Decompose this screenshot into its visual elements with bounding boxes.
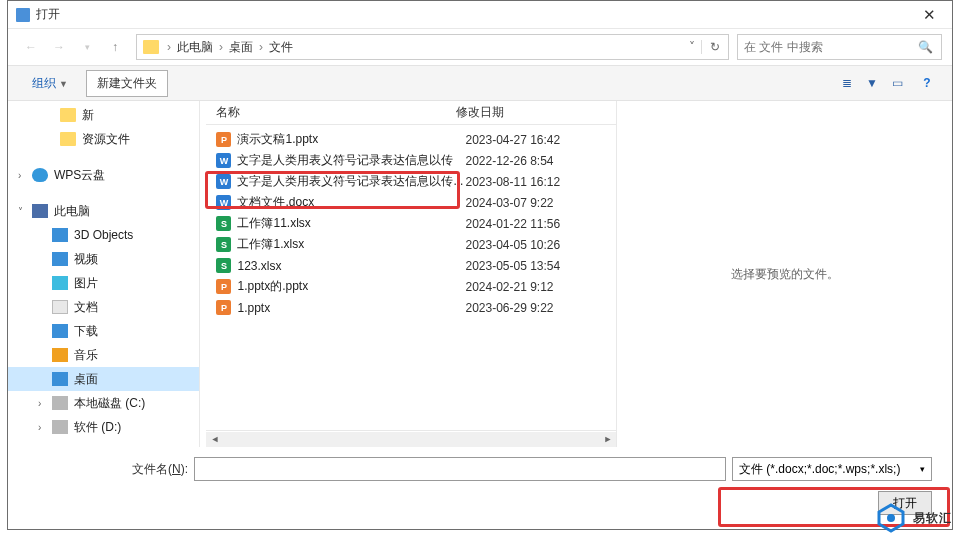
file-name: 1.pptx的.pptx [237,278,465,295]
file-area: 名称 修改日期 P演示文稿1.pptx2023-04-27 16:42W文字是人… [200,101,616,447]
refresh-button[interactable]: ↻ [701,40,728,54]
filename-row: 文件名(N): 文件 (*.docx;*.doc;*.wps;*.xls;)▾ [28,457,932,481]
file-type-icon: W [216,174,231,189]
file-type-icon: P [216,300,231,315]
file-row[interactable]: P1.pptx的.pptx2024-02-21 9:12 [206,276,616,297]
address-dropdown[interactable]: ˅ [683,40,701,54]
preview-text: 选择要预览的文件。 [731,266,839,283]
chevron-right-icon: › [257,40,265,54]
window-title: 打开 [36,6,915,23]
file-name: 文字是人类用表义符号记录表达信息以传 [237,152,465,169]
view-icon[interactable]: ≣ [836,76,858,90]
tree-item-ddisk[interactable]: ›软件 (D:) [8,415,199,439]
file-date: 2023-06-29 9:22 [465,301,553,315]
file-date: 2024-02-21 9:12 [465,280,553,294]
back-button[interactable]: ← [18,34,44,60]
file-type-icon: P [216,132,231,147]
open-dialog: 打开 ✕ ← → ▾ ↑ › 此电脑 › 桌面 › 文件 ˅ ↻ 🔍 组织▼ 新… [7,0,953,530]
crumb-pc[interactable]: 此电脑 [173,39,217,56]
help-icon[interactable]: ? [916,76,938,90]
file-type-icon: S [216,237,231,252]
tree-item-res[interactable]: 资源文件 [8,127,199,151]
tree-item-3d[interactable]: 3D Objects [8,223,199,247]
column-headers: 名称 修改日期 [206,101,616,125]
h-scrollbar[interactable]: ◄ ► [206,430,616,447]
file-row[interactable]: S工作簿1.xlsx2023-04-05 10:26 [206,234,616,255]
tree-item-music[interactable]: 音乐 [8,343,199,367]
search-input[interactable] [738,40,910,54]
file-row[interactable]: S123.xlsx2023-05-05 13:54 [206,255,616,276]
file-type-icon: P [216,279,231,294]
file-name: 演示文稿1.pptx [237,131,465,148]
app-icon [16,8,30,22]
organize-button[interactable]: 组织▼ [22,71,78,96]
toolbar: 组织▼ 新建文件夹 ≣▼ ▭ ? [8,65,952,101]
file-date: 2024-01-22 11:56 [465,217,560,231]
tree-item-new[interactable]: 新 [8,103,199,127]
preview-icon[interactable]: ▭ [886,76,908,90]
filename-input[interactable] [194,457,726,481]
file-row[interactable]: P演示文稿1.pptx2023-04-27 16:42 [206,129,616,150]
tree-item-doc[interactable]: 文档 [8,295,199,319]
folder-icon [143,40,159,54]
file-list: P演示文稿1.pptx2023-04-27 16:42W文字是人类用表义符号记录… [200,125,616,430]
file-row[interactable]: W文字是人类用表义符号记录表达信息以传2022-12-26 8:54 [206,150,616,171]
scroll-track[interactable] [223,432,599,447]
up-button[interactable]: ↑ [102,34,128,60]
recent-dropdown[interactable]: ▾ [74,34,100,60]
file-date: 2023-04-27 16:42 [465,133,560,147]
tree-item-img[interactable]: 图片 [8,271,199,295]
close-icon[interactable]: ✕ [915,3,944,27]
search-icon[interactable]: 🔍 [910,40,941,54]
new-folder-button[interactable]: 新建文件夹 [86,70,168,97]
file-date: 2023-08-11 16:12 [465,175,560,189]
file-row[interactable]: S工作簿11.xlsx2024-01-22 11:56 [206,213,616,234]
chevron-right-icon: › [217,40,225,54]
button-row: 打开 [28,491,932,515]
dialog-body: 新 资源文件 ›WPS云盘 ˅此电脑 3D Objects 视频 图片 文档 下… [8,101,952,447]
watermark-text: 易软汇 [913,510,952,527]
file-type-icon: S [216,216,231,231]
nav-tree: 新 资源文件 ›WPS云盘 ˅此电脑 3D Objects 视频 图片 文档 下… [8,101,200,447]
crumb-folder[interactable]: 文件 [265,39,297,56]
col-date[interactable]: 修改日期 [456,104,616,121]
file-date: 2023-04-05 10:26 [465,238,560,252]
preview-pane: 选择要预览的文件。 [616,101,952,447]
col-name[interactable]: 名称 [206,104,456,121]
svg-point-0 [887,514,895,522]
file-row[interactable]: P1.pptx2023-06-29 9:22 [206,297,616,318]
scroll-right-icon[interactable]: ► [599,432,616,447]
file-type-icon: W [216,195,231,210]
tree-item-pc[interactable]: ˅此电脑 [8,199,199,223]
file-row[interactable]: W文档文件.docx2024-03-07 9:22 [206,192,616,213]
file-name: 文档文件.docx [237,194,465,211]
file-name: 123.xlsx [237,259,465,273]
file-date: 2024-03-07 9:22 [465,196,553,210]
tree-item-video[interactable]: 视频 [8,247,199,271]
tree-item-cdisk[interactable]: ›本地磁盘 (C:) [8,391,199,415]
scroll-left-icon[interactable]: ◄ [206,432,223,447]
file-row[interactable]: W文字是人类用表义符号记录表达信息以传...2023-08-11 16:12 [206,171,616,192]
nav-row: ← → ▾ ↑ › 此电脑 › 桌面 › 文件 ˅ ↻ 🔍 [8,29,952,65]
watermark-logo-icon [875,502,907,534]
file-name: 文字是人类用表义符号记录表达信息以传... [237,173,465,190]
file-date: 2023-05-05 13:54 [465,259,560,273]
crumb-desktop[interactable]: 桌面 [225,39,257,56]
filetype-dropdown[interactable]: 文件 (*.docx;*.doc;*.wps;*.xls;)▾ [732,457,932,481]
watermark: 易软汇 [875,502,952,534]
file-name: 工作簿11.xlsx [237,215,465,232]
tree-item-desktop[interactable]: 桌面 [8,367,199,391]
file-name: 1.pptx [237,301,465,315]
file-date: 2022-12-26 8:54 [465,154,553,168]
bottom-panel: 文件名(N): 文件 (*.docx;*.doc;*.wps;*.xls;)▾ … [8,447,952,529]
file-type-icon: S [216,258,231,273]
file-name: 工作簿1.xlsx [237,236,465,253]
forward-button[interactable]: → [46,34,72,60]
chevron-right-icon: › [165,40,173,54]
filename-label: 文件名(N): [28,461,188,478]
address-bar[interactable]: › 此电脑 › 桌面 › 文件 ˅ ↻ [136,34,729,60]
tree-item-wps[interactable]: ›WPS云盘 [8,163,199,187]
file-type-icon: W [216,153,231,168]
tree-item-dl[interactable]: 下载 [8,319,199,343]
search-box[interactable]: 🔍 [737,34,942,60]
